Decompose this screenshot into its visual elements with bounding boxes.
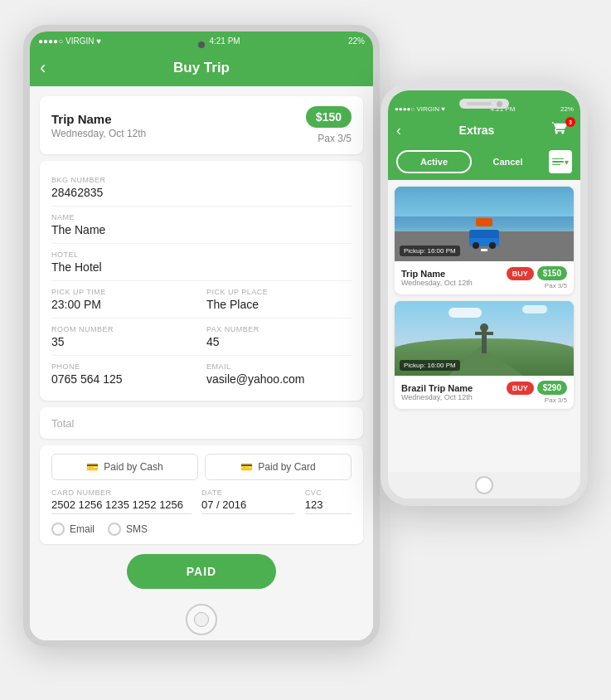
trip-item-2-right: BUY $290 Pax 3/5 xyxy=(507,381,567,404)
name-field: NAME The Name xyxy=(51,207,352,244)
paid-button-wrap: PAID xyxy=(40,551,363,595)
trip-price-badge: $150 xyxy=(306,106,352,128)
pickup-place-col: PICK UP PLACE The Place xyxy=(206,288,352,311)
cloud-1 xyxy=(449,308,482,318)
email-value: vasile@yahoo.com xyxy=(206,372,352,386)
car-wheel-left xyxy=(473,242,479,249)
pay-cash-label: Paid by Cash xyxy=(104,461,162,473)
sms-checkbox[interactable] xyxy=(108,523,121,536)
trip-card-info: Trip Name Wednesday, Oct 12th xyxy=(51,112,146,139)
card-details: CARD NUMBER 2502 1256 1235 1252 1256 DAT… xyxy=(51,489,352,514)
tablet-time: 4:21 PM xyxy=(209,36,240,46)
trip-1-buy-price-row: BUY $150 xyxy=(507,266,567,280)
pax-number-value: 45 xyxy=(206,335,352,348)
sms-notif-label: SMS xyxy=(126,523,148,535)
trip-item-1-details: Trip Name Wednesday, Oct 12th xyxy=(401,269,473,287)
cart-icon-wrap[interactable]: 3 xyxy=(552,120,572,140)
phone-battery: 22% xyxy=(560,105,574,113)
phone-home-button[interactable] xyxy=(475,476,493,494)
bkg-number-value: 28462835 xyxy=(51,186,352,199)
card-number-field[interactable]: CARD NUMBER 2502 1256 1235 1252 1256 xyxy=(51,489,192,514)
tablet-form-section: BKG NUMBER 28462835 NAME The Name HOTEL … xyxy=(40,161,363,401)
tablet-content: Trip Name Wednesday, Oct 12th $150 Pax 3… xyxy=(30,86,373,640)
trip-1-buy-button[interactable]: BUY xyxy=(507,267,534,280)
card-cvc-label: CVC xyxy=(305,489,352,497)
phone-value: 0765 564 125 xyxy=(51,372,196,386)
room-pax-row: ROOM NUMBER 35 PAX NUMBER 45 xyxy=(51,318,352,356)
name-label: NAME xyxy=(51,213,352,221)
pay-cash-option[interactable]: 💳 Paid by Cash xyxy=(51,454,198,480)
road-line xyxy=(481,249,488,251)
trip-item-2-image: Pickup: 16:00 PM xyxy=(395,301,574,376)
phone-email-row: PHONE 0765 564 125 EMAIL vasile@yahoo.co… xyxy=(51,356,352,392)
tablet-carrier: ●●●●○ VIRGIN ♥ xyxy=(38,36,101,46)
trip-2-buy-price-row: BUY $290 xyxy=(507,381,567,395)
paid-button[interactable]: PAID xyxy=(127,554,276,589)
segment-list-button[interactable]: ▾ xyxy=(549,150,572,173)
card-cvc-value: 123 xyxy=(305,498,352,514)
phone-title: Extras xyxy=(401,124,552,137)
phone-home-area xyxy=(388,472,580,498)
phone-nav-bar: ‹ Extras 3 xyxy=(388,115,580,145)
email-col: EMAIL vasile@yahoo.com xyxy=(206,362,352,386)
total-section: Total xyxy=(40,407,363,439)
bkg-number-field: BKG NUMBER 28462835 xyxy=(51,169,352,207)
trip-2-price: $290 xyxy=(537,381,567,395)
card-date-field[interactable]: DATE 07 / 2016 xyxy=(201,489,295,514)
trip-pax-label: Pax 3/5 xyxy=(318,133,352,144)
scene: ●●●●○ VIRGIN ♥ 4:21 PM 22% ‹ Buy Trip Tr… xyxy=(0,0,611,700)
segment-active-button[interactable]: Active xyxy=(396,150,472,173)
room-col: ROOM NUMBER 35 xyxy=(51,325,196,348)
pay-card-option[interactable]: 💳 Paid by Card xyxy=(205,454,352,480)
segment-cancel-button[interactable]: Cancel xyxy=(472,150,544,173)
segment-bar: Active Cancel ▾ xyxy=(388,145,580,180)
pickup-place-value: The Place xyxy=(206,298,352,311)
statue-body xyxy=(482,330,487,353)
luggage xyxy=(476,218,492,226)
trip-item-1-name: Trip Name xyxy=(401,269,473,279)
pax-number-label: PAX NUMBER xyxy=(206,325,352,333)
trip-item-2-date: Wednesday, Oct 12th xyxy=(401,393,473,401)
tablet-title: Buy Trip xyxy=(173,60,230,76)
room-value: 35 xyxy=(51,335,196,348)
hotel-field: HOTEL The Hotel xyxy=(51,244,352,281)
email-checkbox[interactable] xyxy=(51,523,65,536)
card-number-value: 2502 1256 1235 1252 1256 xyxy=(51,498,192,514)
cash-icon: 💳 xyxy=(86,461,99,473)
car-wheel-right xyxy=(489,242,496,249)
car xyxy=(469,230,499,246)
card-cvc-field[interactable]: CVC 123 xyxy=(305,489,352,514)
pickup-place-label: PICK UP PLACE xyxy=(206,288,352,296)
pay-card-label: Paid by Card xyxy=(258,461,315,473)
trip-card-name: Trip Name xyxy=(51,112,146,126)
phone-carrier: ●●●●○ VIRGIN ♥ xyxy=(395,105,445,113)
trip-item-1-image: Pickup: 16:00 PM xyxy=(395,187,574,261)
email-notif-label: Email xyxy=(70,523,95,535)
trip-item-1-right: BUY $150 Pax 3/5 xyxy=(507,266,567,289)
payment-methods: 💳 Paid by Cash 💳 Paid by Card xyxy=(51,454,352,480)
sms-notif[interactable]: SMS xyxy=(108,523,148,536)
total-label: Total xyxy=(51,417,74,430)
payment-section: 💳 Paid by Cash 💳 Paid by Card CARD NUMBE… xyxy=(40,445,363,544)
trip-item-2-name: Brazil Trip Name xyxy=(401,383,473,393)
card-icon: 💳 xyxy=(240,461,253,473)
tablet-home-button[interactable] xyxy=(186,604,217,635)
trip-item-1-date: Wednesday, Oct 12th xyxy=(401,279,473,287)
cart-badge: 3 xyxy=(565,117,575,127)
tablet-battery: 22% xyxy=(348,36,365,46)
tablet-trip-card: Trip Name Wednesday, Oct 12th $150 Pax 3… xyxy=(40,96,363,154)
pickup-row: PICK UP TIME 23:00 PM PICK UP PLACE The … xyxy=(51,281,352,318)
tablet-back-button[interactable]: ‹ xyxy=(40,59,46,77)
trip-card-right: $150 Pax 3/5 xyxy=(306,106,352,144)
pickup-time-label: PICK UP TIME xyxy=(51,288,196,296)
statue-arms xyxy=(475,332,493,335)
phone-content: Pickup: 16:00 PM Trip Name Wednesday, Oc… xyxy=(388,180,580,472)
hotel-label: HOTEL xyxy=(51,250,352,259)
trip-2-buy-button[interactable]: BUY xyxy=(507,382,534,395)
phone: ●●●●○ VIRGIN ♥ 4:21 PM 22% ‹ Extras 3 Ac… xyxy=(381,83,588,506)
trip-item-2: Pickup: 16:00 PM Brazil Trip Name Wednes… xyxy=(395,301,574,409)
trip-item-1-info: Trip Name Wednesday, Oct 12th BUY $150 P… xyxy=(395,261,574,294)
email-notif[interactable]: Email xyxy=(51,523,95,536)
tablet-camera xyxy=(198,41,205,48)
name-value: The Name xyxy=(51,223,352,236)
